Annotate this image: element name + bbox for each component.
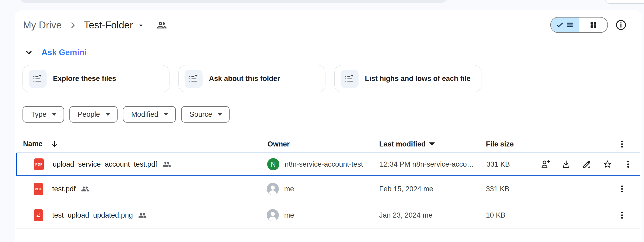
check-icon — [556, 21, 564, 29]
name-cell: PDF upload_service_account_test.pdf — [34, 153, 171, 175]
shared-people-icon — [81, 185, 90, 193]
filter-label: Type — [31, 110, 47, 119]
star-icon — [603, 159, 612, 169]
breadcrumb: My Drive Test-Folder — [23, 18, 167, 33]
chevron-right-icon — [68, 20, 78, 30]
file-name: test.pdf — [52, 185, 76, 193]
search-bar-bottom-edge — [20, 0, 447, 3]
folder-shared-icon[interactable] — [156, 20, 167, 31]
last-modified-cell: Feb 15, 2024 me — [379, 176, 433, 202]
share-button[interactable] — [539, 158, 552, 171]
filter-people[interactable]: People — [69, 106, 118, 123]
filter-label: People — [78, 110, 100, 119]
image-file-icon — [34, 209, 43, 221]
chip-list-highs-lows[interactable]: List highs and lows of each file — [334, 65, 481, 92]
row-more-options-button[interactable] — [621, 158, 635, 171]
shared-people-icon — [163, 160, 171, 168]
filter-label: Modified — [131, 110, 158, 119]
row-more-options-button[interactable] — [616, 209, 628, 221]
column-last-modified-label: Last modified — [379, 140, 426, 148]
sort-descending-icon[interactable] — [50, 140, 59, 149]
chevron-down-icon — [137, 21, 145, 29]
owner-name: me — [284, 185, 294, 193]
details-info-button[interactable] — [615, 19, 627, 31]
filter-bar: Type People Modified Source — [23, 106, 230, 123]
pdf-file-icon: PDF — [34, 183, 43, 195]
chip-explore-these-files[interactable]: Explore these files — [23, 65, 169, 92]
chip-label: List highs and lows of each file — [365, 75, 471, 83]
file-row-test-upload-updated-png[interactable]: test_upload_updated.png me Jan 23, 2024 … — [16, 202, 640, 228]
top-right-control-remnant — [605, 0, 644, 4]
breadcrumb-my-drive[interactable]: My Drive — [23, 20, 62, 31]
grid-view-button[interactable] — [579, 18, 607, 32]
owner-name: n8n-service-account-test — [285, 160, 363, 168]
collapse-chevron-icon[interactable] — [24, 48, 34, 57]
file-name: test_upload_updated.png — [52, 211, 133, 219]
row-more-options-button[interactable] — [616, 183, 628, 195]
breadcrumb-current-folder[interactable]: Test-Folder — [84, 20, 145, 31]
ask-gemini-section: Ask Gemini — [24, 46, 87, 59]
column-owner[interactable]: Owner — [267, 140, 290, 148]
file-row-upload-service-account-test[interactable]: PDF upload_service_account_test.pdf N n8… — [16, 153, 640, 176]
name-cell: test_upload_updated.png — [34, 202, 147, 228]
more-options-icon — [618, 140, 627, 149]
owner-cell: me — [267, 202, 294, 228]
owner-avatar — [267, 209, 279, 221]
current-folder-label: Test-Folder — [84, 20, 133, 31]
download-button[interactable] — [560, 158, 573, 171]
more-options-icon — [618, 211, 627, 220]
file-size-cell: 331 KB — [486, 176, 509, 202]
shared-people-icon — [138, 211, 147, 219]
file-size-cell: 331 KB — [486, 153, 510, 175]
summarize-icon — [29, 70, 47, 88]
pdf-file-icon: PDF — [34, 158, 44, 170]
filter-source[interactable]: Source — [181, 106, 230, 123]
layout-toggle — [550, 17, 608, 33]
chip-ask-about-folder[interactable]: Ask about this folder — [178, 65, 325, 92]
owner-cell: me — [267, 176, 294, 202]
owner-name: me — [284, 211, 294, 219]
star-button[interactable] — [601, 158, 614, 171]
grid-view-icon — [589, 21, 598, 29]
rename-button[interactable] — [580, 158, 593, 171]
owner-cell: N n8n-service-account-test — [267, 153, 363, 175]
chip-label: Explore these files — [53, 75, 116, 83]
last-modified-cell: Jan 23, 2024 me — [379, 202, 432, 228]
owner-avatar — [267, 183, 279, 195]
column-last-modified[interactable]: Last modified — [379, 140, 435, 148]
pencil-icon — [582, 159, 592, 169]
caret-down-icon — [429, 142, 435, 146]
file-size-cell: 10 KB — [486, 202, 506, 228]
list-view-icon — [566, 21, 574, 29]
info-icon — [615, 19, 627, 31]
column-name-label: Name — [23, 140, 43, 148]
drive-folder-page: My Drive Test-Folder — [0, 0, 644, 242]
filter-type[interactable]: Type — [23, 106, 64, 123]
last-modified-cell: 12:34 PM n8n-service-acco… — [380, 153, 474, 175]
caret-down-icon — [52, 113, 57, 116]
gemini-chips: Explore these files Ask about this folde… — [23, 65, 481, 92]
content-card: My Drive Test-Folder — [15, 10, 642, 242]
summarize-icon — [341, 70, 359, 88]
caret-down-icon — [164, 113, 168, 116]
person-add-icon — [541, 159, 550, 169]
caret-down-icon — [105, 113, 110, 116]
caret-down-icon — [217, 113, 222, 116]
column-name[interactable]: Name — [23, 140, 59, 149]
more-options-icon — [618, 184, 627, 193]
filter-modified[interactable]: Modified — [123, 106, 176, 123]
filter-label: Source — [190, 110, 212, 119]
file-list-header: Name Owner Last modified File size — [15, 135, 642, 153]
file-row-test-pdf[interactable]: PDF test.pdf me Feb 15, 2024 me 331 KB — [16, 176, 640, 202]
list-view-button[interactable] — [551, 18, 579, 32]
row-hover-actions — [539, 153, 635, 175]
ask-gemini-title[interactable]: Ask Gemini — [42, 48, 87, 57]
summarize-icon — [185, 70, 203, 88]
owner-avatar: N — [267, 158, 279, 170]
download-icon — [561, 159, 571, 169]
header-more-options-button[interactable] — [616, 138, 628, 150]
chip-label: Ask about this folder — [209, 75, 280, 83]
column-file-size[interactable]: File size — [486, 140, 514, 148]
file-name: upload_service_account_test.pdf — [53, 160, 157, 168]
more-options-icon — [624, 160, 633, 169]
